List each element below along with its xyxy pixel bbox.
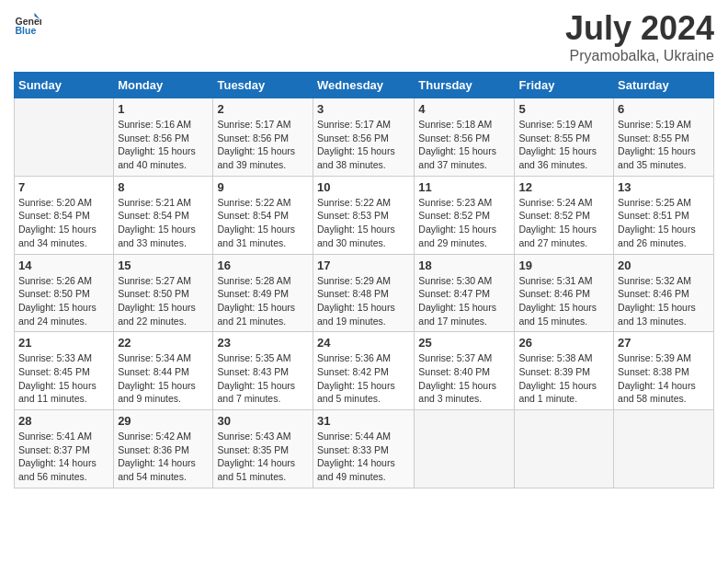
day-number: 24 bbox=[317, 336, 410, 350]
day-of-week-header: Sunday bbox=[15, 73, 114, 98]
day-number: 8 bbox=[118, 180, 209, 194]
day-number: 26 bbox=[518, 336, 609, 350]
day-number: 5 bbox=[518, 102, 609, 116]
calendar-day-cell: 25Sunrise: 5:37 AM Sunset: 8:40 PM Dayli… bbox=[415, 332, 515, 410]
calendar-day-cell: 3Sunrise: 5:17 AM Sunset: 8:56 PM Daylig… bbox=[313, 98, 415, 177]
day-number: 2 bbox=[217, 102, 309, 116]
day-number: 6 bbox=[618, 102, 710, 116]
calendar-day-cell bbox=[614, 410, 714, 488]
calendar-day-cell: 7Sunrise: 5:20 AM Sunset: 8:54 PM Daylig… bbox=[15, 176, 114, 254]
calendar-day-cell: 6Sunrise: 5:19 AM Sunset: 8:55 PM Daylig… bbox=[614, 98, 714, 177]
calendar-header-row: SundayMondayTuesdayWednesdayThursdayFrid… bbox=[15, 73, 714, 98]
day-info: Sunrise: 5:41 AM Sunset: 8:37 PM Dayligh… bbox=[18, 430, 109, 484]
day-of-week-header: Thursday bbox=[415, 73, 515, 98]
logo-icon: General Blue bbox=[14, 9, 41, 37]
calendar-day-cell: 17Sunrise: 5:29 AM Sunset: 8:48 PM Dayli… bbox=[313, 254, 415, 332]
day-info: Sunrise: 5:34 AM Sunset: 8:44 PM Dayligh… bbox=[118, 351, 209, 406]
day-number: 20 bbox=[618, 259, 710, 272]
day-info: Sunrise: 5:21 AM Sunset: 8:54 PM Dayligh… bbox=[118, 196, 209, 250]
day-number: 10 bbox=[317, 180, 410, 194]
day-info: Sunrise: 5:25 AM Sunset: 8:51 PM Dayligh… bbox=[618, 196, 710, 250]
day-of-week-header: Monday bbox=[114, 73, 213, 98]
calendar-day-cell: 4Sunrise: 5:18 AM Sunset: 8:56 PM Daylig… bbox=[415, 98, 515, 177]
day-number: 21 bbox=[18, 336, 109, 350]
calendar-day-cell: 1Sunrise: 5:16 AM Sunset: 8:56 PM Daylig… bbox=[114, 98, 213, 177]
calendar-day-cell: 12Sunrise: 5:24 AM Sunset: 8:52 PM Dayli… bbox=[515, 176, 614, 254]
calendar-day-cell: 22Sunrise: 5:34 AM Sunset: 8:44 PM Dayli… bbox=[114, 332, 213, 410]
calendar-day-cell: 23Sunrise: 5:35 AM Sunset: 8:43 PM Dayli… bbox=[213, 332, 313, 410]
svg-text:Blue: Blue bbox=[16, 25, 37, 36]
calendar-day-cell: 13Sunrise: 5:25 AM Sunset: 8:51 PM Dayli… bbox=[614, 176, 714, 254]
day-info: Sunrise: 5:18 AM Sunset: 8:56 PM Dayligh… bbox=[418, 118, 510, 172]
day-number: 22 bbox=[118, 336, 209, 350]
day-number: 17 bbox=[317, 259, 410, 272]
calendar-table: SundayMondayTuesdayWednesdayThursdayFrid… bbox=[14, 72, 714, 488]
day-number: 11 bbox=[418, 180, 510, 194]
calendar-day-cell: 29Sunrise: 5:42 AM Sunset: 8:36 PM Dayli… bbox=[114, 410, 213, 488]
day-info: Sunrise: 5:28 AM Sunset: 8:49 PM Dayligh… bbox=[217, 274, 309, 328]
calendar-week-row: 1Sunrise: 5:16 AM Sunset: 8:56 PM Daylig… bbox=[15, 98, 714, 177]
day-number: 16 bbox=[217, 259, 309, 272]
day-number: 7 bbox=[18, 180, 109, 194]
calendar-day-cell: 5Sunrise: 5:19 AM Sunset: 8:55 PM Daylig… bbox=[515, 98, 614, 177]
day-info: Sunrise: 5:42 AM Sunset: 8:36 PM Dayligh… bbox=[118, 430, 209, 484]
calendar-day-cell: 10Sunrise: 5:22 AM Sunset: 8:53 PM Dayli… bbox=[313, 176, 415, 254]
day-info: Sunrise: 5:37 AM Sunset: 8:40 PM Dayligh… bbox=[418, 351, 510, 406]
calendar-day-cell: 27Sunrise: 5:39 AM Sunset: 8:38 PM Dayli… bbox=[614, 332, 714, 410]
day-number: 12 bbox=[518, 180, 609, 194]
day-number: 13 bbox=[618, 180, 710, 194]
day-info: Sunrise: 5:16 AM Sunset: 8:56 PM Dayligh… bbox=[118, 118, 209, 172]
day-number: 18 bbox=[418, 259, 510, 272]
day-info: Sunrise: 5:26 AM Sunset: 8:50 PM Dayligh… bbox=[18, 274, 109, 328]
calendar-day-cell: 8Sunrise: 5:21 AM Sunset: 8:54 PM Daylig… bbox=[114, 176, 213, 254]
calendar-day-cell bbox=[515, 410, 614, 488]
day-info: Sunrise: 5:22 AM Sunset: 8:54 PM Dayligh… bbox=[217, 196, 309, 250]
calendar-day-cell: 28Sunrise: 5:41 AM Sunset: 8:37 PM Dayli… bbox=[15, 410, 114, 488]
page-header: General Blue July 2024 Pryamobalka, Ukra… bbox=[14, 9, 714, 64]
day-info: Sunrise: 5:29 AM Sunset: 8:48 PM Dayligh… bbox=[317, 274, 410, 328]
day-number: 19 bbox=[518, 259, 609, 272]
day-number: 4 bbox=[418, 102, 510, 116]
day-info: Sunrise: 5:38 AM Sunset: 8:39 PM Dayligh… bbox=[518, 351, 609, 406]
day-info: Sunrise: 5:27 AM Sunset: 8:50 PM Dayligh… bbox=[118, 274, 209, 328]
calendar-week-row: 14Sunrise: 5:26 AM Sunset: 8:50 PM Dayli… bbox=[15, 254, 714, 332]
day-number: 14 bbox=[18, 259, 109, 272]
day-info: Sunrise: 5:17 AM Sunset: 8:56 PM Dayligh… bbox=[217, 118, 309, 172]
calendar-day-cell: 18Sunrise: 5:30 AM Sunset: 8:47 PM Dayli… bbox=[415, 254, 515, 332]
calendar-day-cell: 9Sunrise: 5:22 AM Sunset: 8:54 PM Daylig… bbox=[213, 176, 313, 254]
logo: General Blue bbox=[14, 9, 45, 37]
calendar-day-cell: 31Sunrise: 5:44 AM Sunset: 8:33 PM Dayli… bbox=[313, 410, 415, 488]
calendar-day-cell: 15Sunrise: 5:27 AM Sunset: 8:50 PM Dayli… bbox=[114, 254, 213, 332]
day-info: Sunrise: 5:22 AM Sunset: 8:53 PM Dayligh… bbox=[317, 196, 410, 250]
day-number: 1 bbox=[118, 102, 209, 116]
day-number: 9 bbox=[217, 180, 309, 194]
day-info: Sunrise: 5:31 AM Sunset: 8:46 PM Dayligh… bbox=[518, 274, 609, 328]
day-of-week-header: Saturday bbox=[614, 73, 714, 98]
day-of-week-header: Friday bbox=[515, 73, 614, 98]
day-info: Sunrise: 5:39 AM Sunset: 8:38 PM Dayligh… bbox=[618, 351, 710, 406]
calendar-week-row: 28Sunrise: 5:41 AM Sunset: 8:37 PM Dayli… bbox=[15, 410, 714, 488]
day-info: Sunrise: 5:24 AM Sunset: 8:52 PM Dayligh… bbox=[518, 196, 609, 250]
day-number: 27 bbox=[618, 336, 710, 350]
day-of-week-header: Wednesday bbox=[313, 73, 415, 98]
day-number: 23 bbox=[217, 336, 309, 350]
day-info: Sunrise: 5:30 AM Sunset: 8:47 PM Dayligh… bbox=[418, 274, 510, 328]
calendar-week-row: 7Sunrise: 5:20 AM Sunset: 8:54 PM Daylig… bbox=[15, 176, 714, 254]
calendar-day-cell: 21Sunrise: 5:33 AM Sunset: 8:45 PM Dayli… bbox=[15, 332, 114, 410]
calendar-day-cell: 16Sunrise: 5:28 AM Sunset: 8:49 PM Dayli… bbox=[213, 254, 313, 332]
calendar-week-row: 21Sunrise: 5:33 AM Sunset: 8:45 PM Dayli… bbox=[15, 332, 714, 410]
calendar-day-cell: 24Sunrise: 5:36 AM Sunset: 8:42 PM Dayli… bbox=[313, 332, 415, 410]
calendar-day-cell: 20Sunrise: 5:32 AM Sunset: 8:46 PM Dayli… bbox=[614, 254, 714, 332]
day-info: Sunrise: 5:43 AM Sunset: 8:35 PM Dayligh… bbox=[217, 430, 309, 484]
calendar-day-cell bbox=[15, 98, 114, 177]
day-number: 3 bbox=[317, 102, 410, 116]
calendar-day-cell: 2Sunrise: 5:17 AM Sunset: 8:56 PM Daylig… bbox=[213, 98, 313, 177]
day-info: Sunrise: 5:20 AM Sunset: 8:54 PM Dayligh… bbox=[18, 196, 109, 250]
day-info: Sunrise: 5:35 AM Sunset: 8:43 PM Dayligh… bbox=[217, 351, 309, 406]
day-number: 28 bbox=[18, 414, 109, 428]
day-info: Sunrise: 5:32 AM Sunset: 8:46 PM Dayligh… bbox=[618, 274, 710, 328]
title-block: July 2024 Pryamobalka, Ukraine bbox=[565, 9, 714, 64]
day-number: 29 bbox=[118, 414, 209, 428]
day-number: 30 bbox=[217, 414, 309, 428]
calendar-day-cell: 14Sunrise: 5:26 AM Sunset: 8:50 PM Dayli… bbox=[15, 254, 114, 332]
